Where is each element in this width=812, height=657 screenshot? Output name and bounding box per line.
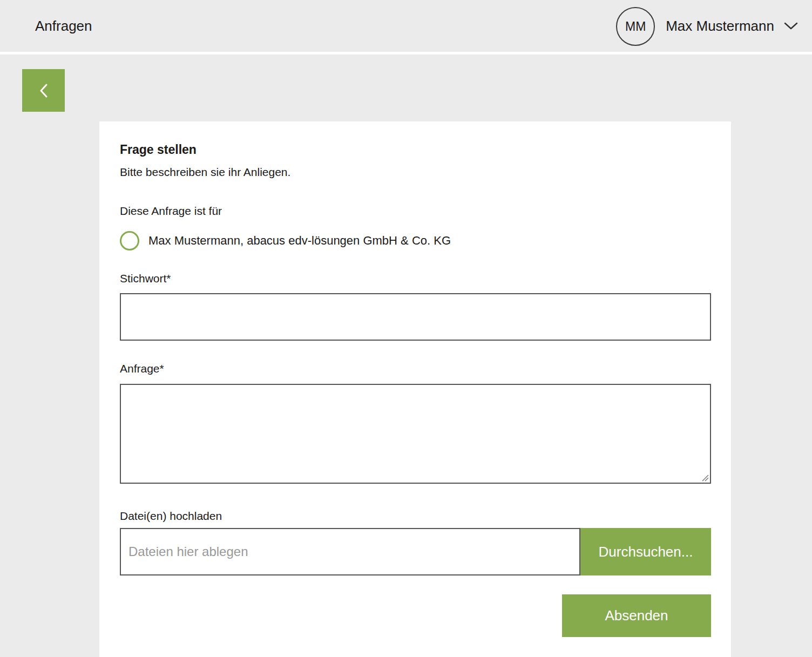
form-card: Frage stellen Bitte beschreiben sie ihr … [99,121,731,657]
page: Anfragen MM Max Mustermann Frage stellen… [0,0,812,657]
top-header: Anfragen MM Max Mustermann [0,0,812,52]
recipient-option-row[interactable]: Max Mustermann, abacus edv-lösungen GmbH… [120,231,711,250]
anfrage-textarea[interactable] [120,384,711,484]
upload-label: Datei(en) hochladen [120,510,711,523]
upload-row: Durchsuchen... [120,528,711,575]
header-divider [0,52,812,55]
recipient-radio-label: Max Mustermann, abacus edv-lösungen GmbH… [148,234,451,248]
page-title: Anfragen [35,18,92,35]
chevron-down-icon [784,22,798,30]
submit-button[interactable]: Absenden [562,594,711,637]
form-subtitle: Bitte beschreiben sie ihr Anliegen. [120,165,711,179]
recipient-label: Diese Anfrage ist für [120,204,711,218]
user-name: Max Mustermann [666,18,774,35]
browse-button[interactable]: Durchsuchen... [580,528,711,575]
avatar-initials: MM [625,19,646,34]
stichwort-label: Stichwort* [120,272,711,285]
stichwort-input[interactable] [120,293,711,341]
back-button[interactable] [22,69,65,112]
anfrage-label: Anfrage* [120,362,711,375]
form-title: Frage stellen [120,143,711,156]
chevron-left-icon [39,83,48,98]
avatar: MM [616,7,655,46]
anfrage-textarea-wrap [120,384,711,484]
user-menu[interactable]: MM Max Mustermann [616,6,798,46]
submit-row: Absenden [120,594,711,637]
recipient-radio[interactable] [120,231,139,250]
file-drop-input[interactable] [120,528,580,575]
